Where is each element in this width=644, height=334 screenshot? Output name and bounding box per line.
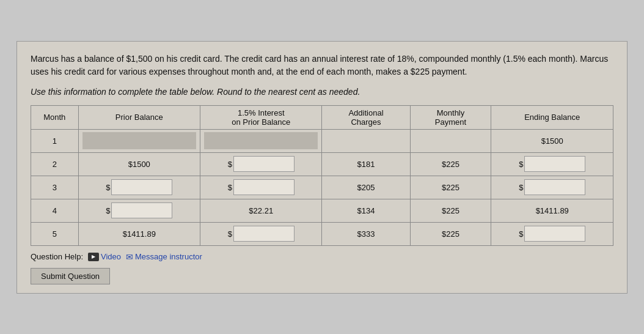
interest-input[interactable] <box>233 179 295 195</box>
video-icon: ▶ <box>88 253 99 261</box>
dollar-sign: $ <box>519 160 523 169</box>
table-row: 5 $1411.89 $ $333 $225 $ <box>31 222 613 245</box>
prior-balance-cell: $ <box>78 176 200 199</box>
dollar-sign: $ <box>228 229 232 239</box>
ending-cell: $ <box>491 176 613 199</box>
interest-cell: $ <box>200 176 322 199</box>
submit-button[interactable]: Submit Question <box>31 268 110 284</box>
dollar-sign: $ <box>106 183 110 192</box>
table-row: 1 $1500 <box>31 129 613 152</box>
finance-table: Month Prior Balance 1.5% Intereston Prio… <box>31 105 613 246</box>
payment-cell: $225 <box>410 222 491 245</box>
dollar-sign: $ <box>106 206 110 215</box>
prior-balance-cell: $1411.89 <box>78 222 200 245</box>
ending-input[interactable] <box>524 156 585 172</box>
month-cell: 2 <box>31 152 79 176</box>
interest-input[interactable] <box>233 156 295 172</box>
col-header-charges: AdditionalCharges <box>322 105 410 129</box>
dollar-sign: $ <box>228 183 232 192</box>
month-cell: 3 <box>31 176 79 199</box>
charges-cell: $205 <box>322 176 410 199</box>
charges-cell <box>322 129 410 152</box>
mail-icon: ✉ <box>126 252 133 262</box>
payment-cell: $225 <box>410 199 491 222</box>
month-cell: 1 <box>31 129 79 152</box>
message-label: Message instructor <box>135 252 202 261</box>
ending-cell: $ <box>491 222 613 245</box>
dollar-sign: $ <box>519 229 523 239</box>
table-row: 4 $ $22.21 $134 $225 $1411.89 <box>31 199 613 222</box>
charges-cell: $333 <box>322 222 410 245</box>
col-header-month: Month <box>31 105 79 129</box>
payment-cell: $225 <box>410 176 491 199</box>
prior-input[interactable] <box>111 179 172 195</box>
table-row: 3 $ $ $205 $225 $ <box>31 176 613 199</box>
question-help: Question Help: ▶ Video ✉ Message instruc… <box>31 252 613 262</box>
charges-cell: $134 <box>322 199 410 222</box>
ending-cell: $1411.89 <box>491 199 613 222</box>
instruction-text: Use this information to complete the tab… <box>31 87 613 97</box>
main-container: Marcus has a balance of $1,500 on his cr… <box>16 41 628 294</box>
video-label: Video <box>101 252 121 261</box>
col-header-prior: Prior Balance <box>78 105 200 129</box>
ending-cell: $ <box>491 152 613 176</box>
message-link[interactable]: ✉ Message instructor <box>126 252 202 262</box>
interest-input[interactable] <box>233 226 295 242</box>
col-header-interest: 1.5% Intereston Prior Balance <box>200 105 322 129</box>
interest-cell: $22.21 <box>200 199 322 222</box>
dollar-sign: $ <box>519 183 523 192</box>
ending-input[interactable] <box>524 179 585 195</box>
interest-cell: $ <box>200 222 322 245</box>
prior-balance-cell: $1500 <box>78 152 200 176</box>
charges-cell: $181 <box>322 152 410 176</box>
problem-text: Marcus has a balance of $1,500 on his cr… <box>31 53 613 78</box>
table-row: 2 $1500 $ $181 $225 $ <box>31 152 613 176</box>
video-link[interactable]: ▶ Video <box>88 252 121 261</box>
ending-input[interactable] <box>524 226 585 242</box>
prior-input[interactable] <box>111 202 172 218</box>
payment-cell <box>410 129 491 152</box>
prior-balance-cell: $ <box>78 199 200 222</box>
dollar-sign: $ <box>228 160 232 169</box>
ending-cell: $1500 <box>491 129 613 152</box>
help-label: Question Help: <box>31 252 83 261</box>
payment-cell: $225 <box>410 152 491 176</box>
month-cell: 4 <box>31 199 79 222</box>
interest-cell: $ <box>200 152 322 176</box>
month-cell: 5 <box>31 222 79 245</box>
prior-balance-cell <box>78 129 200 152</box>
col-header-ending: Ending Balance <box>491 105 613 129</box>
interest-cell <box>200 129 322 152</box>
col-header-payment: MonthlyPayment <box>410 105 491 129</box>
